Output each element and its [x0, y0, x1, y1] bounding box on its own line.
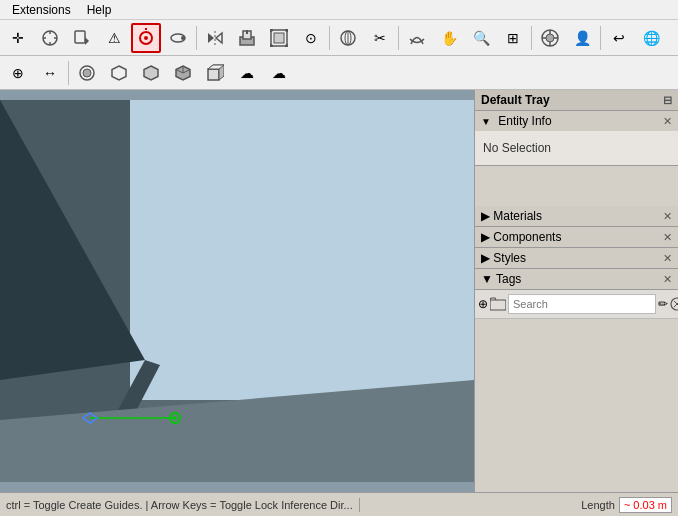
tags-toolbar: ⊕ ✏ [475, 290, 678, 319]
toolbar-secondary: ⊕ ↔ ☁ ☁ [0, 56, 678, 90]
move-tool-btn[interactable] [35, 23, 65, 53]
materials-arrow: ▶ [481, 209, 490, 223]
paint-bucket-btn[interactable] [67, 23, 97, 53]
styles-section[interactable]: ▶ Styles ✕ [475, 248, 678, 269]
menu-help[interactable]: Help [79, 3, 120, 17]
svg-point-20 [270, 29, 273, 32]
entity-info-header[interactable]: ▼ Entity Info ✕ [475, 111, 678, 131]
back-arrow-btn[interactable]: ↩ [604, 23, 634, 53]
panel-title: Default Tray [481, 93, 550, 107]
svg-point-11 [181, 36, 185, 40]
no-selection-text: No Selection [481, 137, 672, 159]
length-box: Length ~ 0.03 m [581, 497, 672, 513]
tags-close[interactable]: ✕ [663, 273, 672, 286]
styles-arrow: ▶ [481, 251, 490, 265]
svg-point-21 [285, 29, 288, 32]
mirror-btn[interactable] [200, 23, 230, 53]
toolbar-styles-btn[interactable] [535, 23, 565, 53]
tags-header[interactable]: ▼ Tags ✕ [475, 269, 678, 290]
svg-rect-55 [490, 300, 506, 310]
push-pull-btn[interactable] [232, 23, 262, 53]
svg-point-23 [285, 44, 288, 47]
svg-rect-5 [75, 31, 85, 43]
status-divider [359, 498, 360, 512]
entity-info-arrow: ▼ [481, 116, 491, 127]
hex-solid-btn[interactable] [136, 58, 166, 88]
offset-btn[interactable]: ⊙ [296, 23, 326, 53]
add-component-btn[interactable]: ⊕ [3, 58, 33, 88]
circle-btn[interactable] [104, 58, 134, 88]
tag-pencil-btn[interactable]: ✏ [658, 293, 668, 315]
svg-rect-41 [208, 69, 219, 80]
svg-marker-35 [112, 66, 126, 80]
zoom-ext-btn[interactable]: ⊞ [498, 23, 528, 53]
pan-btn[interactable]: ✋ [434, 23, 464, 53]
section-plane-btn[interactable]: ✂ [365, 23, 395, 53]
components-arrow: ▶ [481, 230, 490, 244]
tags-arrow: ▼ [481, 272, 493, 286]
orbit-btn[interactable] [402, 23, 432, 53]
follow-me-btn[interactable] [163, 23, 193, 53]
styles-label: Styles [493, 251, 526, 265]
scene-svg [0, 90, 474, 492]
components-close[interactable]: ✕ [663, 231, 672, 244]
entity-info-label: Entity Info [498, 114, 551, 128]
select-tool-btn[interactable]: ✛ [3, 23, 33, 53]
sep2-1 [68, 61, 69, 85]
styles-close[interactable]: ✕ [663, 252, 672, 265]
svg-rect-19 [274, 33, 284, 43]
sep3 [398, 26, 399, 50]
main-area: Default Tray ⊟ ▼ Entity Info ✕ No Select… [0, 90, 678, 492]
sep1 [196, 26, 197, 50]
move2-btn[interactable]: ↔ [35, 58, 65, 88]
globe-btn[interactable]: 🌐 [636, 23, 666, 53]
add-tag-btn[interactable]: ⊕ [478, 293, 488, 315]
materials-label: Materials [493, 209, 542, 223]
svg-point-8 [144, 36, 148, 40]
cloud1-btn[interactable]: ☁ [232, 58, 262, 88]
length-label: Length [581, 499, 615, 511]
entity-info-section: ▼ Entity Info ✕ No Selection [475, 111, 678, 166]
tags-section: ▼ Tags ✕ ⊕ ✏ [475, 269, 678, 492]
hex-face-btn[interactable] [72, 58, 102, 88]
components-label: Components [493, 230, 561, 244]
rotate-tool-btn[interactable] [131, 23, 161, 53]
svg-point-22 [270, 44, 273, 47]
sep5 [600, 26, 601, 50]
account-btn[interactable]: 👤 [567, 23, 597, 53]
entity-info-content: No Selection [475, 131, 678, 165]
svg-marker-6 [85, 37, 89, 45]
status-bar: ctrl = Toggle Create Guides. | Arrow Key… [0, 492, 678, 516]
materials-close[interactable]: ✕ [663, 210, 672, 223]
entity-info-close[interactable]: ✕ [663, 115, 672, 128]
menu-bar: Extensions Help [0, 0, 678, 20]
materials-section[interactable]: ▶ Materials ✕ [475, 206, 678, 227]
tags-search-input[interactable] [508, 294, 656, 314]
svg-marker-12 [208, 33, 214, 43]
panel-header: Default Tray ⊟ [475, 90, 678, 111]
canvas-area[interactable] [0, 90, 474, 492]
folder-btn[interactable] [490, 293, 506, 315]
toolbar-primary: ✛ ⚠ ⊙ ✂ ✋ 🔍 ⊞ 👤 ↩ 🌐 [0, 20, 678, 56]
tag-color-btn[interactable] [670, 293, 678, 315]
cube-btn[interactable] [200, 58, 230, 88]
scale-btn[interactable] [264, 23, 294, 53]
zoom-btn[interactable]: 🔍 [466, 23, 496, 53]
scene-btn[interactable] [333, 23, 363, 53]
menu-extensions[interactable]: Extensions [4, 3, 79, 17]
sep4 [531, 26, 532, 50]
svg-marker-13 [216, 33, 222, 43]
tags-label: Tags [496, 272, 521, 286]
hex-3d-btn[interactable] [168, 58, 198, 88]
cloud2-btn[interactable]: ☁ [264, 58, 294, 88]
svg-point-54 [173, 416, 177, 420]
panel-close-btn[interactable]: ⊟ [663, 94, 672, 107]
right-panel: Default Tray ⊟ ▼ Entity Info ✕ No Select… [474, 90, 678, 492]
sep2 [329, 26, 330, 50]
svg-marker-36 [144, 66, 158, 80]
length-value: ~ 0.03 m [619, 497, 672, 513]
svg-point-34 [83, 69, 91, 77]
svg-point-28 [546, 34, 554, 42]
warning-btn[interactable]: ⚠ [99, 23, 129, 53]
components-section[interactable]: ▶ Components ✕ [475, 227, 678, 248]
